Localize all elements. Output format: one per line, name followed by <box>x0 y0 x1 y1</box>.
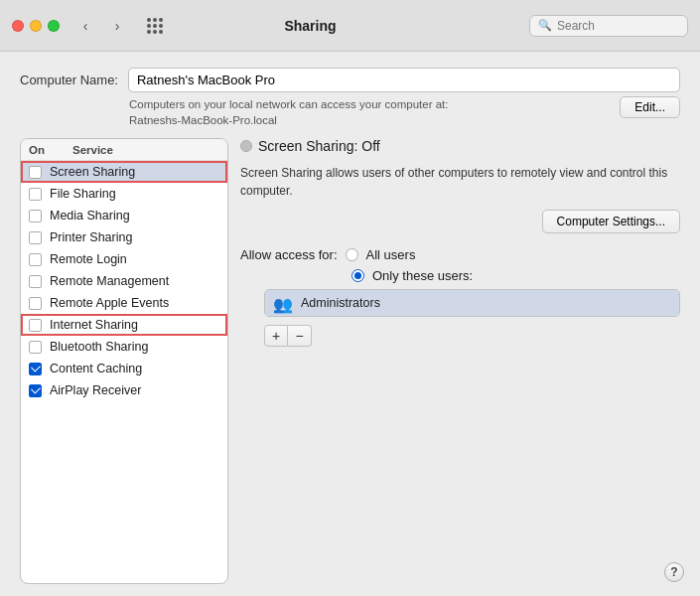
checkbox-remote-login[interactable] <box>29 253 42 266</box>
local-address-text: Computers on your local network can acce… <box>129 96 610 128</box>
status-label: Screen Sharing: Off <box>258 138 380 154</box>
administrators-item[interactable]: 👥 Administrators <box>265 290 679 316</box>
checkbox-printer-sharing[interactable] <box>29 231 42 244</box>
service-list-header: On Service <box>21 139 227 161</box>
checkbox-media-sharing[interactable] <box>29 210 42 223</box>
col-on-label: On <box>29 144 45 156</box>
checkbox-remote-management[interactable] <box>29 275 42 288</box>
checkbox-file-sharing[interactable] <box>29 188 42 201</box>
service-label-bluetooth-sharing: Bluetooth Sharing <box>50 340 148 354</box>
search-box[interactable]: 🔍 <box>529 15 688 37</box>
bottom-area: On Service Screen SharingFile SharingMed… <box>20 138 680 584</box>
service-item-printer-sharing[interactable]: Printer Sharing <box>21 226 227 248</box>
traffic-lights <box>12 20 60 32</box>
service-label-printer-sharing: Printer Sharing <box>50 230 132 244</box>
only-these-users-radio[interactable] <box>351 269 364 282</box>
back-button[interactable]: ‹ <box>71 16 99 36</box>
computer-settings-button[interactable]: Computer Settings... <box>542 210 680 233</box>
allow-access-row: Allow access for: All users <box>240 247 680 262</box>
users-list-container: 👥 Administrators <box>264 289 680 317</box>
service-item-content-caching[interactable]: Content Caching <box>21 358 227 379</box>
service-label-content-caching: Content Caching <box>50 362 142 375</box>
service-list-body: Screen SharingFile SharingMedia SharingP… <box>21 161 227 583</box>
group-icon: 👥 <box>273 295 293 311</box>
checkbox-airplay-receiver[interactable] <box>29 384 42 397</box>
only-these-users-row: Only these users: <box>351 268 680 283</box>
titlebar: ‹ › Sharing 🔍 <box>0 0 700 52</box>
allow-access-section: Allow access for: All users Only these u… <box>240 247 680 347</box>
service-item-internet-sharing[interactable]: Internet Sharing <box>21 314 227 336</box>
checkbox-screen-sharing[interactable] <box>29 166 42 179</box>
service-label-airplay-receiver: AirPlay Receiver <box>50 383 141 397</box>
administrators-label: Administrators <box>301 296 380 310</box>
status-indicator <box>240 140 252 152</box>
list-controls: + − <box>264 325 680 347</box>
computer-name-section: Computer Name: Computers on your local n… <box>20 68 680 128</box>
service-item-remote-management[interactable]: Remote Management <box>21 270 227 292</box>
service-label-remote-management: Remote Management <box>50 274 169 288</box>
only-these-users-label: Only these users: <box>372 268 473 283</box>
service-label-internet-sharing: Internet Sharing <box>50 318 138 332</box>
service-item-bluetooth-sharing[interactable]: Bluetooth Sharing <box>21 336 227 358</box>
computer-name-label: Computer Name: <box>20 73 118 87</box>
col-service-label: Service <box>72 144 113 156</box>
add-user-button[interactable]: + <box>264 325 288 347</box>
service-label-screen-sharing: Screen Sharing <box>50 165 135 179</box>
zoom-button[interactable] <box>48 20 60 32</box>
service-item-media-sharing[interactable]: Media Sharing <box>21 205 227 226</box>
window-title: Sharing <box>99 18 521 34</box>
service-label-file-sharing: File Sharing <box>50 187 116 201</box>
service-label-media-sharing: Media Sharing <box>50 209 130 223</box>
search-icon: 🔍 <box>538 19 552 32</box>
close-button[interactable] <box>12 20 24 32</box>
checkbox-internet-sharing[interactable] <box>29 319 42 332</box>
all-users-radio[interactable] <box>346 248 358 261</box>
service-item-file-sharing[interactable]: File Sharing <box>21 183 227 205</box>
service-item-remote-login[interactable]: Remote Login <box>21 248 227 270</box>
main-content: Computer Name: Computers on your local n… <box>0 52 700 596</box>
service-item-screen-sharing[interactable]: Screen Sharing <box>21 161 227 183</box>
checkbox-remote-apple-events[interactable] <box>29 297 42 310</box>
screen-sharing-description: Screen Sharing allows users of other com… <box>240 164 680 200</box>
computer-name-input[interactable] <box>128 68 680 92</box>
service-label-remote-login: Remote Login <box>50 252 127 266</box>
all-users-label: All users <box>366 247 416 262</box>
service-item-remote-apple-events[interactable]: Remote Apple Events <box>21 292 227 314</box>
help-button[interactable]: ? <box>664 562 684 582</box>
service-label-remote-apple-events: Remote Apple Events <box>50 296 169 310</box>
checkbox-bluetooth-sharing[interactable] <box>29 341 42 354</box>
detail-panel: Screen Sharing: Off Screen Sharing allow… <box>240 138 680 584</box>
service-item-airplay-receiver[interactable]: AirPlay Receiver <box>21 379 227 401</box>
checkbox-content-caching[interactable] <box>29 363 42 375</box>
search-input[interactable] <box>557 19 679 33</box>
remove-user-button[interactable]: − <box>288 325 312 347</box>
edit-button[interactable]: Edit... <box>620 96 680 118</box>
service-list-container: On Service Screen SharingFile SharingMed… <box>20 138 228 584</box>
allow-access-label: Allow access for: <box>240 247 338 262</box>
screen-sharing-status: Screen Sharing: Off <box>240 138 680 154</box>
minimize-button[interactable] <box>30 20 42 32</box>
